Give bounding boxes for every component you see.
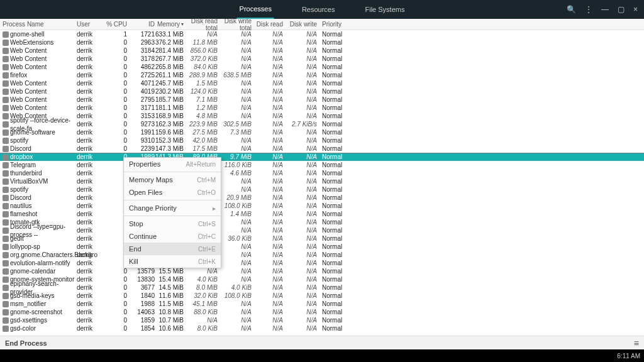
cell-dwt: N/A (220, 218, 254, 226)
table-row[interactable]: tomate-gtkderrik/AN/AN/AN/ANormal (0, 218, 644, 226)
menu-item-memory-maps[interactable]: Memory MapsCtrl+M (124, 173, 221, 186)
menu-item-continue[interactable]: ContinueCtrl+C (124, 230, 221, 243)
hamburger-menu-icon[interactable]: ≡ (634, 338, 639, 348)
cell-user: derrik (77, 316, 104, 324)
col-cpu[interactable]: % CPU (104, 21, 131, 28)
col-user[interactable]: User (77, 21, 104, 28)
col-disk-write-total[interactable]: Disk write total (220, 18, 254, 31)
table-row[interactable]: DiscordderrikiB20.9 MiBN/AN/ANormal (0, 194, 644, 202)
process-icon (3, 228, 9, 234)
table-row[interactable]: VirtualBoxVMderrik/AN/AN/AN/ANormal (0, 177, 644, 185)
menu-item-properties[interactable]: PropertiesAlt+Return (124, 158, 221, 170)
table-row[interactable]: Web Contentderrik04862265.8 MiB84.0 KiBN… (0, 63, 644, 71)
cell-id: 3677 (131, 283, 155, 292)
cell-priority: Normal (319, 324, 351, 332)
search-icon[interactable]: 🔍 (567, 5, 576, 14)
cell-cpu: 1 (104, 30, 131, 38)
col-disk-read-total[interactable]: Disk read total (186, 18, 220, 31)
table-row[interactable]: gnome-calendarderrik01357915.5 MiBN/AN/A… (0, 267, 644, 275)
table-row[interactable]: Telegramderrik116.0 KiBN/AN/ANormal (0, 161, 644, 169)
col-disk-write[interactable]: Disk write (286, 21, 319, 28)
table-row[interactable]: Web Contentderrik04019230.2 MiB124.0 KiB… (0, 87, 644, 96)
cell-cpu: 0 (104, 87, 131, 96)
table-row[interactable]: gsd-media-keysderrik0184011.6 MiB32.0 Ki… (0, 292, 644, 300)
table-row[interactable]: Web Contentderrik03171181.1 MiB1.2 MiBN/… (0, 104, 644, 112)
menu-item-stop[interactable]: StopCtrl+S (124, 217, 221, 230)
cell-dwt: 302.5 MiB (220, 120, 254, 128)
table-row[interactable]: nautilusderrikiB108.0 KiBN/AN/ANormal (0, 202, 644, 210)
table-row[interactable]: gsd-xsettingsderrik0185910.7 MiBN/AN/AN/… (0, 316, 644, 324)
menu-item-accel: Alt+Return (186, 161, 216, 168)
cell-dr: N/A (254, 161, 286, 169)
table-row[interactable]: gsd-colorderrik0185410.6 MiB8.0 KiBN/AN/… (0, 324, 644, 332)
cell-id: 9310 (131, 136, 155, 145)
table-row[interactable]: dropboxderrik01989141.3 MiB89.0 MiB9.7 M… (0, 153, 644, 161)
cell-dw: N/A (286, 283, 319, 292)
table-row[interactable]: Web Contentderrik03178267.7 MiB372.0 KiB… (0, 55, 644, 63)
menu-item-end[interactable]: EndCtrl+E (124, 243, 221, 255)
process-icon (3, 203, 9, 209)
menu-item-open-files[interactable]: Open FilesCtrl+O (124, 186, 221, 199)
cell-id: 1854 (131, 324, 155, 332)
end-process-button[interactable]: End Process (5, 339, 47, 347)
col-priority[interactable]: Priority (319, 21, 351, 28)
process-name: gsd-color (10, 324, 36, 332)
table-row[interactable]: spotifyderrikiBN/AN/AN/ANormal (0, 185, 644, 194)
maximize-icon[interactable]: ▢ (618, 5, 625, 14)
process-name: WebExtensions (10, 38, 53, 47)
table-row[interactable]: spotifyderrik09310152.3 MiB42.0 MiBN/AN/… (0, 136, 644, 145)
cell-dw: N/A (286, 185, 319, 194)
table-row[interactable]: Web Contentderrik03184281.4 MiB856.0 KiB… (0, 47, 644, 55)
table-row[interactable]: Web Contentderrik02795185.7 MiB7.1 MiBN/… (0, 96, 644, 104)
cell-user: derrik (77, 177, 104, 185)
table-row[interactable]: lollypop-spderrikiBN/AN/AN/ANormal (0, 243, 644, 251)
table-row[interactable]: org.gnome.Characters.Backgroderrik/AN/AN… (0, 251, 644, 259)
process-icon (3, 129, 9, 136)
cell-user: derrik (77, 251, 104, 259)
cell-priority: Normal (319, 251, 351, 259)
col-process-name[interactable]: Process Name (0, 21, 77, 28)
tab-processes[interactable]: Processes (237, 0, 274, 19)
menu-item-change-priority[interactable]: Change Priority▸ (124, 202, 221, 214)
table-row[interactable]: spotify --force-device-scale-faderrik092… (0, 120, 644, 128)
col-id[interactable]: ID (131, 21, 155, 28)
tab-filesystems[interactable]: File Systems (362, 0, 407, 19)
minimize-icon[interactable]: — (601, 5, 609, 14)
process-name: Web Content (10, 96, 47, 104)
table-row[interactable]: geditderrik/A36.0 KiBN/AN/ANormal (0, 234, 644, 243)
table-row[interactable]: gnome-system-monitorderrik01383015.4 MiB… (0, 275, 644, 283)
cell-dw: N/A (286, 243, 319, 251)
table-row[interactable]: Discordderrik02239147.3 MiB17.5 MiBN/AN/… (0, 145, 644, 153)
col-disk-read[interactable]: Disk read (254, 21, 286, 28)
table-row[interactable]: Web Contentderrik03153168.9 MiB4.8 MiBN/… (0, 112, 644, 120)
table-row[interactable]: WebExtensionsderrik02963376.2 MiB11.8 Mi… (0, 38, 644, 47)
cell-priority: Normal (319, 259, 351, 267)
table-row[interactable]: gnome-screenshotderrik01406310.8 MiB88.0… (0, 308, 644, 316)
table-row[interactable]: Web Contentderrik04071245.7 MiB1.5 MiBN/… (0, 79, 644, 87)
kebab-menu-icon[interactable]: ⋮ (585, 5, 592, 14)
table-row[interactable]: msm_notifierderrik0198811.5 MiB45.1 MiBN… (0, 300, 644, 308)
table-row[interactable]: flameshotderrikiB1.4 MiBN/AN/ANormal (0, 210, 644, 218)
cell-id: 14063 (131, 308, 155, 316)
cell-cpu: 0 (104, 112, 131, 120)
close-icon[interactable]: × (633, 5, 638, 14)
table-row[interactable]: gnome-softwarederrik01991159.6 MiB27.5 M… (0, 128, 644, 136)
process-icon (3, 40, 9, 46)
cell-dw: N/A (286, 226, 319, 234)
table-row[interactable]: evolution-alarm-notifyderrik0198215.6 Mi… (0, 259, 644, 267)
cell-memory: 10.6 MiB (155, 324, 186, 332)
table-row[interactable]: Discord --type=gpu-process --derrik/AN/A… (0, 226, 644, 234)
process-table[interactable]: gnome-shellderrik11721633.1 MiBN/AN/AN/A… (0, 30, 644, 333)
table-row[interactable]: epiphany-search-providerderrik0367714.5 … (0, 283, 644, 292)
menu-item-kill[interactable]: KillCtrl+K (124, 255, 221, 268)
table-row[interactable]: gnome-shellderrik11721633.1 MiBN/AN/AN/A… (0, 30, 644, 38)
process-name: lollypop-sp (10, 243, 40, 251)
cell-cpu: 0 (104, 128, 131, 136)
process-icon (3, 64, 9, 70)
col-memory[interactable]: Memory (155, 21, 186, 28)
menu-item-accel: Ctrl+O (197, 189, 216, 196)
process-name: Telegram (10, 161, 36, 169)
table-row[interactable]: firefoxderrik02725261.1 MiB288.9 MiB638.… (0, 71, 644, 79)
tab-resources[interactable]: Resources (299, 0, 338, 19)
table-row[interactable]: thunderbirdderrik4.6 MiBN/AN/ANormal (0, 169, 644, 177)
